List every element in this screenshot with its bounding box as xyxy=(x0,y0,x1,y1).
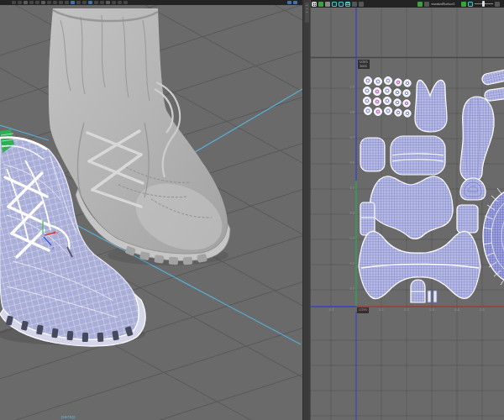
v-tick-label: 0.2 xyxy=(344,262,354,265)
uv-shaded-toggle-icon[interactable] xyxy=(339,2,344,7)
y-axis-label: Y xyxy=(39,217,41,221)
uv-shell-bar[interactable] xyxy=(433,291,437,302)
v-tick-label: 0.6 xyxy=(344,161,354,165)
uv-shell-insole[interactable] xyxy=(460,97,494,181)
panel-divider[interactable] xyxy=(302,0,311,420)
toolbar-icon-active[interactable] xyxy=(88,1,92,4)
uv-origin-label: U1V0 xyxy=(357,307,369,313)
toolbar-icon-active[interactable] xyxy=(71,1,75,4)
viewport-canvas[interactable]: Y X Z xyxy=(0,5,302,420)
udim-tile-label: U1V11001 xyxy=(358,60,370,69)
divider-grip[interactable] xyxy=(305,3,309,23)
uv-shell-vamp[interactable] xyxy=(370,176,453,239)
uv-canvas[interactable] xyxy=(311,8,504,420)
toolbar-icon-active[interactable] xyxy=(287,1,291,4)
camera-name-label[interactable]: persp xyxy=(61,414,76,419)
u-tick-label: 0.3 xyxy=(427,308,437,312)
uv-snapshot-icon[interactable] xyxy=(318,2,323,7)
uv-extra-icon[interactable] xyxy=(495,2,500,7)
v-tick-label: 0.3 xyxy=(344,237,354,240)
u-tick-label: 0.5 xyxy=(477,308,487,312)
toolbar-icon[interactable] xyxy=(41,1,45,4)
uv-toolbar-cropped: standardSurface1 xyxy=(311,0,504,8)
toolbar-icon[interactable] xyxy=(106,1,110,4)
toolbar-icon[interactable] xyxy=(47,1,51,4)
uv-display-icon[interactable] xyxy=(468,2,473,7)
uv-grid-toggle-icon[interactable] xyxy=(312,2,317,7)
toolbar-icon[interactable] xyxy=(123,1,128,4)
u-tick-label: 0.4 xyxy=(452,308,462,312)
x-axis-handle[interactable] xyxy=(54,232,56,234)
toolbar-icon[interactable] xyxy=(94,1,98,4)
toolbar-icon[interactable] xyxy=(35,1,39,4)
toolbar-icon[interactable] xyxy=(18,1,22,4)
toolbar-icon[interactable] xyxy=(76,1,81,4)
uv-texture-toggle-icon[interactable] xyxy=(332,2,337,7)
toolbar-icon[interactable] xyxy=(118,1,122,4)
uv-apply-icon[interactable] xyxy=(461,2,466,7)
open-folder-icon[interactable] xyxy=(325,2,330,7)
toolbar-icon[interactable] xyxy=(59,1,63,4)
uv-shell-heel-cap[interactable] xyxy=(460,178,486,200)
v-tick-label: 0.8 xyxy=(344,111,354,114)
perspective-viewport[interactable]: Y X Z persp xyxy=(0,5,302,420)
u-tick-label: 0.2 xyxy=(402,308,412,312)
v-tick-label: 0.9 xyxy=(344,86,354,89)
uv-shell-eyelets[interactable] xyxy=(363,76,411,117)
dcc-application-window: standardSurface1 xyxy=(0,0,504,420)
uv-shell-bar[interactable] xyxy=(428,291,431,302)
uv-option-icon[interactable] xyxy=(424,2,429,7)
uv-shell-heel-counter[interactable] xyxy=(360,138,385,171)
uv-camera-icon[interactable] xyxy=(359,2,364,7)
uv-shell-patch[interactable] xyxy=(457,205,478,233)
uv-shell-pull-tab[interactable] xyxy=(411,280,425,302)
uv-editor-viewport[interactable]: U1V11001 U1V0 0.9 0.8 0.7 0.6 0.5 0.4 0.… xyxy=(311,8,504,420)
toolbar-icon-active[interactable] xyxy=(293,1,297,4)
toolbar-icon[interactable] xyxy=(65,1,69,4)
toolbar-icon[interactable] xyxy=(100,1,104,4)
v-tick-label: 0.5 xyxy=(344,186,354,190)
x-axis-label: X xyxy=(56,231,59,235)
uv-shell-strap-1[interactable] xyxy=(481,68,504,86)
toolbar-icon[interactable] xyxy=(112,1,116,4)
uv-dim-slider[interactable] xyxy=(475,1,493,7)
toolbar-icon[interactable] xyxy=(24,1,28,4)
toolbar-icon[interactable] xyxy=(53,1,57,4)
u-tick-label: -0.1 xyxy=(326,308,336,312)
v-tick-label: 0.4 xyxy=(344,212,354,215)
uv-distortion-icon[interactable] xyxy=(352,2,357,7)
uv-shell-tab[interactable] xyxy=(360,202,375,235)
v-tick-label: 0.7 xyxy=(344,136,354,139)
toolbar-icon[interactable] xyxy=(82,1,87,4)
uv-shell-outsole[interactable] xyxy=(483,183,504,285)
v-tick-label: 0.1 xyxy=(344,287,354,291)
uv-checker-toggle-icon[interactable] xyxy=(345,2,350,7)
toolbar-icon[interactable] xyxy=(29,1,34,4)
u-tick-label: 0.1 xyxy=(376,308,386,312)
uv-isolate-icon[interactable] xyxy=(417,2,423,7)
uv-shell-collar-strip[interactable] xyxy=(391,136,445,175)
toolbar-icon[interactable] xyxy=(12,1,16,4)
material-name-field[interactable]: standardSurface1 xyxy=(431,2,459,6)
